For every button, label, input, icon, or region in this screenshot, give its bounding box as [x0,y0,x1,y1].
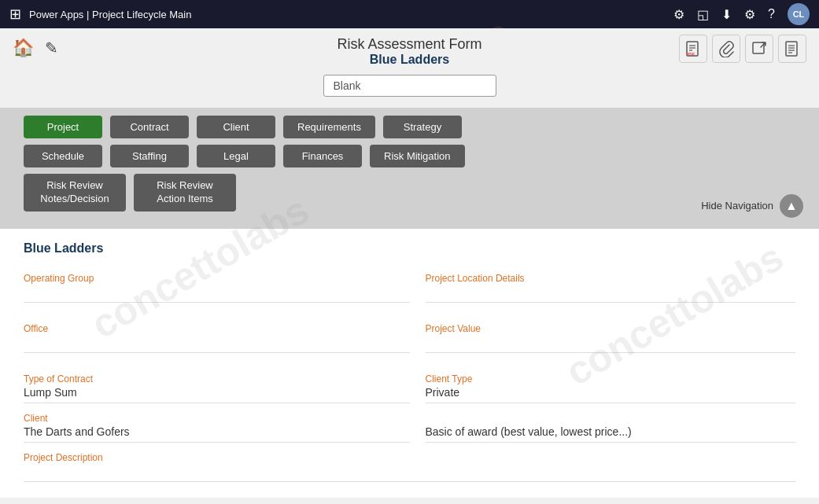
label-contract-type: Type of Contract [24,373,410,384]
label-project-value: Project Value [426,323,796,334]
value-project-value [426,336,796,353]
nav-btn-requirements[interactable]: Requirements [283,116,375,138]
value-project-location [426,285,796,303]
nav-row-3: Risk ReviewNotes/Decision Risk ReviewAct… [16,174,803,212]
label-client-type: Client Type [426,373,796,384]
hide-nav-label[interactable]: Hide Navigation [701,200,773,212]
field-contract-type: Type of Contract Lump Sum [24,367,410,407]
nav-btn-client[interactable]: Client [197,116,275,138]
nav-area: Project Contract Client Requirements Str… [0,108,819,229]
field-project-description: Project Description [24,446,795,485]
field-client-type: Client Type Private [410,367,796,407]
nav-btn-schedule[interactable]: Schedule [24,145,102,167]
app-title: Power Apps | Project Lifecycle Main [29,9,666,20]
nav-btn-legal[interactable]: Legal [197,145,275,167]
value-project-description [24,465,795,482]
nav-hide-row: Hide Navigation ▲ [701,194,803,218]
nav-btn-risk-review-notes[interactable]: Risk ReviewNotes/Decision [24,174,126,212]
form-fields-grid: Operating Group Project Location Details… [24,267,795,485]
top-bar-icons: ⚙ ◱ ⬇ ⚙ ? CL [673,3,810,25]
content-project-name: Blue Ladders [24,241,795,256]
scroll-up-button[interactable]: ▲ [780,194,803,218]
download-icon[interactable]: ⬇ [721,7,732,22]
edit-pencil-icon[interactable]: ✎ [45,39,58,57]
svg-text:PDF: PDF [687,52,695,57]
spacer-4 [410,356,796,367]
value-client-type: Private [426,386,796,403]
search-input[interactable] [323,75,496,97]
nav-row-2: Schedule Staffing Legal Finances Risk Mi… [16,145,803,167]
grid-icon[interactable]: ⊞ [9,6,21,23]
label-operating-group: Operating Group [24,273,410,284]
header-left-actions: 🏠 ✎ [13,38,58,58]
value-office [24,336,410,353]
list-button[interactable] [778,35,806,63]
nav-btn-risk-mitigation[interactable]: Risk Mitigation [370,145,465,167]
spacer-1 [24,306,410,317]
top-bar: ⊞ Power Apps | Project Lifecycle Main ⚙ … [0,0,819,28]
nav-btn-finances[interactable]: Finances [283,145,362,167]
expand-icon[interactable]: ◱ [697,7,709,22]
home-icon[interactable]: 🏠 [13,38,34,58]
nav-btn-staffing[interactable]: Staffing [110,145,189,167]
svg-rect-6 [786,42,797,56]
open-button[interactable] [745,35,773,63]
field-client: Client The Darts and Gofers [24,407,410,446]
value-contract-type: Lump Sum [24,386,410,403]
nav-row-1: Project Contract Client Requirements Str… [16,116,803,138]
value-award-basis: Basic of award (best value, lowest price… [426,425,796,443]
field-project-location: Project Location Details [410,267,796,306]
nav-btn-strategy[interactable]: Strategy [383,116,462,138]
value-client: The Darts and Gofers [24,425,410,443]
user-avatar[interactable]: CL [788,3,810,25]
header-section: 🏠 ✎ PDF [0,28,819,108]
label-project-location: Project Location Details [426,273,796,284]
label-award-basis [426,413,796,424]
nav-btn-contract[interactable]: Contract [110,116,189,138]
spacer-3 [24,356,410,367]
pdf-button[interactable]: PDF [679,35,707,63]
field-project-value: Project Value [410,317,796,356]
label-office: Office [24,323,410,334]
field-office: Office [24,317,410,356]
spacer-2 [410,306,796,317]
config-icon[interactable]: ⚙ [744,7,755,22]
value-operating-group [24,285,410,303]
svg-rect-5 [753,42,764,53]
label-client: Client [24,413,410,424]
attachment-button[interactable] [712,35,740,63]
help-icon[interactable]: ? [768,7,775,21]
field-award-basis: Basic of award (best value, lowest price… [410,407,796,446]
settings-icon[interactable]: ⚙ [673,7,684,22]
search-bar-row [16,75,803,97]
label-project-description: Project Description [24,452,795,463]
nav-btn-project[interactable]: Project [24,116,102,138]
main-content: concettolabs concettolabs Blue Ladders O… [0,229,819,498]
header-right-actions: PDF [679,35,806,63]
field-operating-group: Operating Group [24,267,410,306]
nav-btn-risk-review-action[interactable]: Risk ReviewAction Items [134,174,236,212]
